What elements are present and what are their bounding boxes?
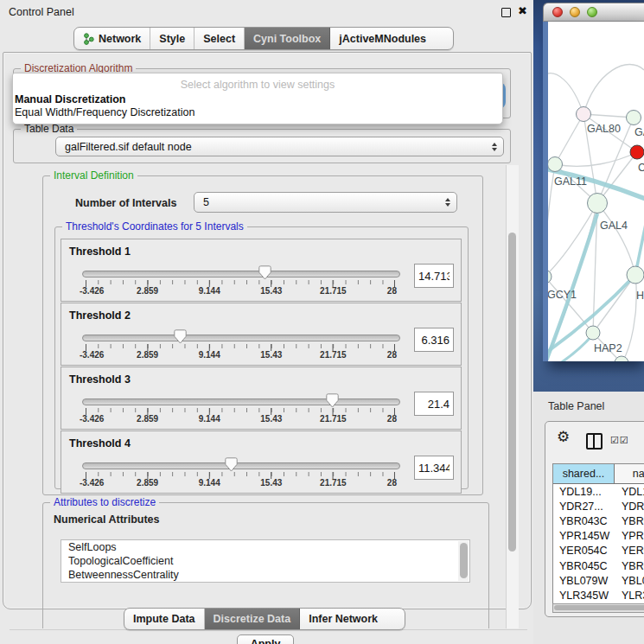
node-hap2[interactable] bbox=[586, 326, 600, 340]
slider-track[interactable] bbox=[82, 335, 400, 341]
node-gal80[interactable] bbox=[577, 107, 591, 122]
scrollbar-thumb[interactable] bbox=[508, 233, 516, 552]
table-row[interactable]: YBR043CYBR0 bbox=[553, 513, 644, 528]
threshold-label: Threshold 4 bbox=[69, 437, 131, 450]
list-scrollbar[interactable] bbox=[458, 541, 469, 581]
slider-thumb[interactable] bbox=[258, 265, 271, 280]
threshold-value-input[interactable] bbox=[414, 264, 454, 288]
dropdown-option-equal-width[interactable]: Equal Width/Frequency Discretization bbox=[15, 106, 194, 118]
zoom-traffic-icon[interactable] bbox=[587, 7, 597, 17]
combo-value: galFiltered.sif default node bbox=[65, 141, 192, 153]
node-gal11[interactable] bbox=[548, 157, 563, 172]
node-label: C bbox=[638, 162, 644, 174]
float-window-icon[interactable] bbox=[501, 8, 511, 17]
tab-select[interactable]: Select bbox=[194, 28, 245, 49]
slider-track[interactable] bbox=[82, 271, 400, 277]
list-item[interactable]: SelfLoops bbox=[61, 540, 469, 554]
list-item[interactable]: TopologicalCoefficient bbox=[61, 554, 469, 568]
slider-thumb[interactable] bbox=[225, 457, 238, 472]
settings-scroll-area: Interval Definition Number of Intervals … bbox=[10, 165, 505, 628]
node-selected-red[interactable] bbox=[630, 145, 644, 159]
table-row[interactable]: YER054CYER0 bbox=[553, 544, 644, 558]
tab-cyni-toolbox[interactable]: Cyni Toolbox bbox=[245, 28, 330, 49]
threshold-4-panel: Threshold 4 -3.4262.8599.14415.4321.7152… bbox=[61, 430, 462, 494]
tab-label: Discretize Data bbox=[214, 613, 291, 625]
column-header-name[interactable]: name bbox=[615, 464, 644, 483]
control-panel-tabs: Network Style Select Cyni Toolbox jActiv… bbox=[73, 27, 454, 50]
settings-scrollbar[interactable] bbox=[506, 165, 519, 628]
table-data-combobox[interactable]: galFiltered.sif default node bbox=[55, 137, 504, 156]
threshold-1-panel: Threshold 1 -3.4262.8599.14415.4321.7152… bbox=[61, 239, 462, 302]
threshold-label: Threshold 2 bbox=[69, 309, 131, 322]
node-gal4[interactable] bbox=[588, 194, 608, 214]
threshold-3-slider[interactable]: -3.4262.8599.14415.4321.71528 bbox=[82, 393, 399, 424]
table-panel-box: ⚙ ☑☑ shared... name YDL19...YDL1 YDR27..… bbox=[545, 421, 644, 617]
node-gcy1[interactable] bbox=[548, 270, 552, 284]
group-title: Table Data bbox=[21, 123, 77, 135]
tab-discretize-data[interactable]: Discretize Data bbox=[205, 609, 301, 629]
apply-button[interactable]: Apply bbox=[237, 634, 294, 644]
threshold-2-slider[interactable]: -3.4262.8599.14415.4321.71528 bbox=[82, 329, 399, 360]
table-row[interactable]: YBR045CYBR0 bbox=[553, 558, 644, 573]
node-attribute-table[interactable]: shared... name YDL19...YDL1 YDR27...YDR2… bbox=[552, 463, 644, 612]
node-label: H bbox=[636, 290, 644, 302]
threshold-coordinates-group: Threshold's Coordinates for 5 Intervals … bbox=[54, 226, 469, 489]
dropdown-hint: Select algorithm to view settings bbox=[13, 79, 502, 91]
combo-arrows-icon bbox=[445, 198, 450, 207]
threshold-value-input[interactable] bbox=[414, 456, 454, 480]
table-hscrollbar[interactable] bbox=[552, 603, 644, 613]
close-traffic-icon[interactable] bbox=[552, 7, 563, 17]
threshold-1-slider[interactable]: -3.4262.8599.14415.4321.71528 bbox=[82, 265, 399, 296]
table-row[interactable]: YBL079WYBL0 bbox=[553, 573, 644, 588]
table-panel: Table Panel ⚙ ☑☑ shared... name YDL19...… bbox=[533, 392, 644, 644]
number-of-intervals-label: Number of Intervals bbox=[75, 197, 176, 209]
number-of-intervals-combobox[interactable]: 5 bbox=[194, 192, 457, 213]
table-row[interactable]: YDR27...YDR2 bbox=[553, 499, 644, 513]
close-icon[interactable]: ✖ bbox=[518, 4, 527, 17]
tab-label: Select bbox=[203, 33, 235, 45]
node-bottom[interactable] bbox=[615, 356, 628, 361]
threshold-4-slider[interactable]: -3.4262.8599.14415.4321.71528 bbox=[82, 457, 399, 488]
column-header-shared-name[interactable]: shared... bbox=[553, 464, 615, 483]
slider-thumb[interactable] bbox=[174, 329, 187, 344]
minimize-traffic-icon[interactable] bbox=[570, 7, 580, 17]
numerical-attributes-list[interactable]: SelfLoops TopologicalCoefficient Between… bbox=[61, 539, 470, 583]
combo-arrows-icon bbox=[492, 143, 497, 151]
table-header: shared... name bbox=[553, 464, 644, 484]
threshold-3-panel: Threshold 3 -3.4262.8599.14415.4321.7152… bbox=[61, 367, 462, 430]
table-row[interactable]: YDL19...YDL1 bbox=[553, 484, 644, 499]
select-columns-icon[interactable]: ☑☑ bbox=[610, 435, 629, 446]
tab-network[interactable]: Network bbox=[74, 28, 150, 49]
tab-impute-data[interactable]: Impute Data bbox=[124, 609, 205, 629]
right-region: GAL80 GA C GAL11 GAL4 GCY1 H HAP2 Table … bbox=[533, 0, 644, 644]
tab-jactivemnodules[interactable]: jActiveMNodules bbox=[330, 28, 435, 49]
apply-bar: Apply bbox=[10, 629, 527, 644]
slider-thumb[interactable] bbox=[326, 393, 339, 408]
threshold-label: Threshold 3 bbox=[69, 373, 131, 386]
combo-value: 5 bbox=[203, 196, 209, 208]
group-title: Attributes to discretize bbox=[50, 496, 159, 508]
tab-infer-network[interactable]: Infer Network bbox=[300, 609, 386, 629]
tab-label: jActiveMNodules bbox=[339, 33, 426, 45]
dropdown-option-manual[interactable]: Manual Discretization bbox=[15, 93, 126, 105]
threshold-2-panel: Threshold 2 -3.4262.8599.14415.4321.7152… bbox=[61, 303, 462, 366]
table-row[interactable]: YLR345WYLR3 bbox=[553, 588, 644, 603]
list-item[interactable]: BetweennessCentrality bbox=[61, 568, 469, 582]
cyni-toolbox-pane: Discretization Algorithm Table Data galF… bbox=[3, 52, 532, 609]
node-label: GAL80 bbox=[587, 123, 621, 135]
threshold-value-input[interactable] bbox=[414, 328, 454, 352]
table-row[interactable]: YPR145WYPR1 bbox=[553, 529, 644, 544]
network-canvas[interactable]: GAL80 GA C GAL11 GAL4 GCY1 H HAP2 bbox=[548, 22, 644, 361]
network-icon bbox=[83, 33, 94, 45]
split-columns-icon[interactable] bbox=[586, 433, 603, 450]
slider-track[interactable] bbox=[82, 399, 400, 405]
gear-icon[interactable]: ⚙ bbox=[557, 430, 570, 444]
node-h[interactable] bbox=[627, 266, 644, 284]
threshold-value-input[interactable] bbox=[414, 392, 454, 416]
numerical-attributes-label: Numerical Attributes bbox=[54, 513, 159, 526]
tab-style[interactable]: Style bbox=[150, 28, 194, 49]
node-ga[interactable] bbox=[627, 111, 641, 125]
algorithm-dropdown-popup: Select algorithm to view settings Manual… bbox=[12, 73, 503, 124]
slider-track[interactable] bbox=[82, 462, 400, 469]
network-window-titlebar[interactable] bbox=[543, 3, 644, 22]
